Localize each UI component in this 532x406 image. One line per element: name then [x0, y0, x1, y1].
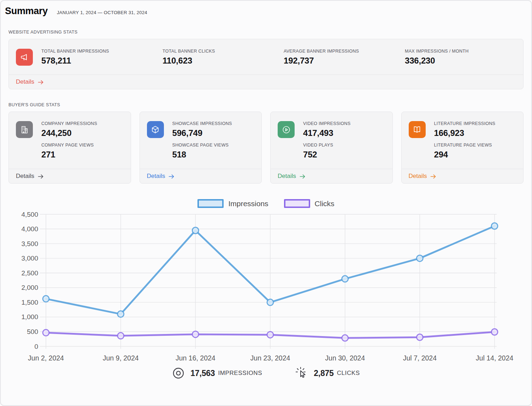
stat-showcase-page-views: SHOWCASE PAGE VIEWS 518	[172, 143, 232, 160]
details-label: Details	[16, 78, 34, 85]
card-stats: SHOWCASE IMPRESSIONS 596,749 SHOWCASE PA…	[172, 121, 232, 160]
line-chart-canvas[interactable]: 05001,0001,5002,0002,5003,0003,5004,0004…	[8, 210, 524, 365]
stat-total-banner-clicks: TOTAL BANNER CLICKS 110,623	[162, 49, 284, 66]
banner-stats-row: TOTAL BANNER IMPRESSIONS 578,211 TOTAL B…	[41, 49, 524, 66]
card-stats: COMPANY IMPRESSIONS 244,250 COMPANY PAGE…	[41, 121, 97, 160]
stat-label: SHOWCASE IMPRESSIONS	[172, 121, 232, 126]
literature-details-button[interactable]: Details	[409, 173, 437, 180]
arrow-right-icon	[38, 80, 44, 85]
svg-text:Jun 30, 2024: Jun 30, 2024	[325, 354, 365, 362]
stat-value: 192,737	[284, 56, 405, 66]
arrow-right-icon	[38, 174, 44, 179]
total-clicks-group: 2,875 CLICKS	[295, 366, 360, 380]
summary-page: Summary JANUARY 1, 2024 — OCTOBER 31, 20…	[0, 0, 532, 380]
date-range: JANUARY 1, 2024 — OCTOBER 31, 2024	[57, 10, 147, 15]
stat-showcase-impressions: SHOWCASE IMPRESSIONS 596,749	[172, 121, 232, 138]
card-body: VIDEO IMPRESSIONS 417,493 VIDEO PLAYS 75…	[271, 112, 392, 169]
stat-label: AVERAGE BANNER IMPRESSIONS	[284, 49, 405, 54]
details-label: Details	[409, 173, 427, 180]
stat-value: 752	[303, 150, 350, 160]
stat-value: 596,749	[172, 128, 232, 138]
clicks-swatch-icon	[284, 199, 310, 208]
stat-literature-page-views: LITERATURE PAGE VIEWS 294	[434, 143, 496, 160]
stat-label: LITERATURE IMPRESSIONS	[434, 121, 496, 126]
svg-text:3,000: 3,000	[21, 255, 38, 262]
megaphone-icon	[16, 49, 33, 66]
stat-label: SHOWCASE PAGE VIEWS	[172, 143, 232, 148]
svg-text:4,000: 4,000	[21, 225, 38, 233]
svg-text:500: 500	[27, 328, 38, 335]
open-book-icon	[409, 121, 426, 138]
stat-value: 417,493	[303, 128, 350, 138]
legend-item-impressions[interactable]: Impressions	[197, 199, 268, 208]
stat-literature-impressions: LITERATURE IMPRESSIONS 166,923	[434, 121, 496, 138]
card-footer: Details	[271, 169, 392, 183]
stat-total-banner-impressions: TOTAL BANNER IMPRESSIONS 578,211	[41, 49, 162, 66]
svg-text:Jul 14, 2024: Jul 14, 2024	[476, 354, 513, 362]
stat-label: LITERATURE PAGE VIEWS	[434, 143, 496, 148]
stat-video-plays: VIDEO PLAYS 752	[303, 143, 350, 160]
legend-label: Impressions	[228, 199, 268, 208]
company-details-button[interactable]: Details	[16, 173, 44, 180]
stat-value: 271	[41, 150, 97, 160]
svg-text:1,500: 1,500	[21, 299, 38, 306]
cube-icon	[147, 121, 164, 138]
video-stats-card: VIDEO IMPRESSIONS 417,493 VIDEO PLAYS 75…	[270, 112, 393, 184]
legend-item-clicks[interactable]: Clicks	[284, 199, 335, 208]
legend-label: Clicks	[315, 199, 335, 208]
total-impressions-group: 17,563 IMPRESSIONS	[172, 367, 262, 380]
stat-value: 244,250	[41, 128, 97, 138]
svg-text:Jul 7, 2024: Jul 7, 2024	[403, 354, 437, 362]
card-footer: Details	[9, 169, 131, 183]
card-footer: Details	[140, 169, 262, 183]
company-stats-card: COMPANY IMPRESSIONS 244,250 COMPANY PAGE…	[8, 112, 131, 184]
total-clicks-label: CLICKS	[337, 370, 360, 377]
svg-text:Jun 9, 2024: Jun 9, 2024	[103, 354, 139, 362]
total-clicks-value: 2,875	[314, 369, 334, 378]
stat-company-impressions: COMPANY IMPRESSIONS 244,250	[41, 121, 97, 138]
banner-details-button[interactable]: Details	[16, 78, 44, 85]
page-header: Summary JANUARY 1, 2024 — OCTOBER 31, 20…	[8, 6, 524, 17]
impressions-clicks-chart: Impressions Clicks 05001,0001,5002,0002,…	[8, 199, 524, 365]
stat-label: MAX IMPRESSIONS / MONTH	[405, 49, 524, 54]
svg-text:1,000: 1,000	[21, 313, 38, 321]
details-label: Details	[16, 173, 34, 180]
showcase-details-button[interactable]: Details	[147, 173, 175, 180]
section-label-buyers-guide: BUYER'S GUIDE STATS	[8, 102, 524, 107]
stat-value: 578,211	[41, 56, 162, 66]
card-stats: LITERATURE IMPRESSIONS 166,923 LITERATUR…	[434, 121, 496, 160]
card-footer: Details	[402, 169, 524, 183]
stat-label: VIDEO IMPRESSIONS	[303, 121, 350, 126]
stat-value: 336,230	[405, 56, 524, 66]
svg-text:0: 0	[34, 343, 38, 350]
svg-text:Jun 2, 2024: Jun 2, 2024	[28, 354, 64, 362]
stat-company-page-views: COMPANY PAGE VIEWS 271	[41, 143, 97, 160]
arrow-right-icon	[169, 174, 175, 179]
stat-max-impressions-month: MAX IMPRESSIONS / MONTH 336,230	[405, 49, 524, 66]
literature-stats-card: LITERATURE IMPRESSIONS 166,923 LITERATUR…	[401, 112, 524, 184]
stat-label: COMPANY PAGE VIEWS	[41, 143, 97, 148]
details-label: Details	[278, 173, 296, 180]
banner-card-footer: Details	[9, 74, 523, 89]
banner-card-body: TOTAL BANNER IMPRESSIONS 578,211 TOTAL B…	[9, 39, 523, 74]
stat-value: 166,923	[434, 128, 496, 138]
stat-label: VIDEO PLAYS	[303, 143, 350, 148]
stat-average-banner-impressions: AVERAGE BANNER IMPRESSIONS 192,737	[284, 49, 405, 66]
page-title: Summary	[5, 6, 48, 17]
card-body: SHOWCASE IMPRESSIONS 596,749 SHOWCASE PA…	[140, 112, 262, 169]
details-label: Details	[147, 173, 165, 180]
eye-icon	[172, 367, 185, 380]
building-icon	[16, 121, 33, 138]
card-stats: VIDEO IMPRESSIONS 417,493 VIDEO PLAYS 75…	[303, 121, 350, 160]
chart-totals-row: 17,563 IMPRESSIONS 2,875 CLICKS	[8, 366, 524, 380]
arrow-right-icon	[300, 174, 306, 179]
svg-text:2,500: 2,500	[21, 269, 38, 277]
stat-value: 110,623	[162, 56, 284, 66]
banner-stats-card: TOTAL BANNER IMPRESSIONS 578,211 TOTAL B…	[8, 39, 524, 89]
video-details-button[interactable]: Details	[278, 173, 306, 180]
stat-video-impressions: VIDEO IMPRESSIONS 417,493	[303, 121, 350, 138]
svg-text:Jun 16, 2024: Jun 16, 2024	[176, 354, 215, 362]
impressions-swatch-icon	[197, 199, 224, 208]
stat-value: 294	[434, 150, 496, 160]
showcase-stats-card: SHOWCASE IMPRESSIONS 596,749 SHOWCASE PA…	[140, 112, 262, 184]
